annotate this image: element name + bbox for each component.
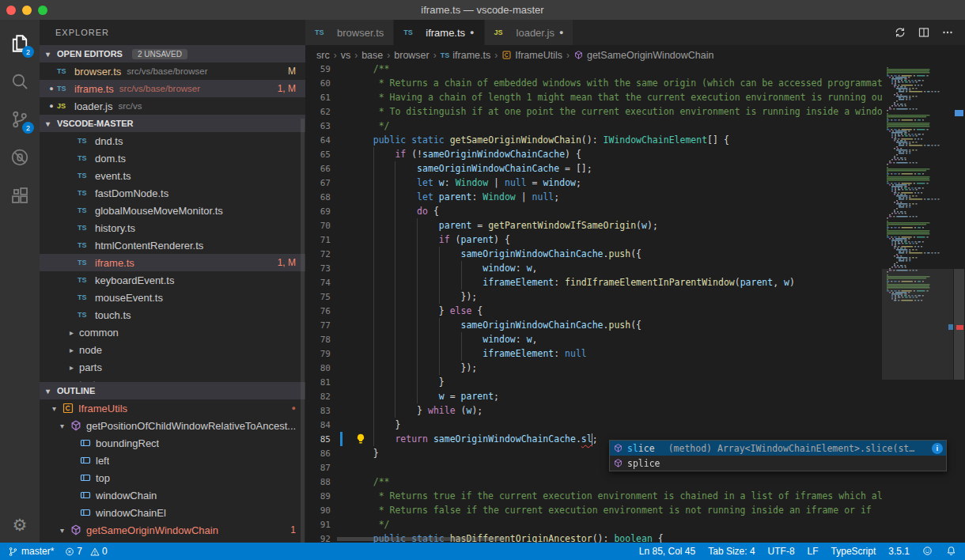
code-line[interactable]: 61 * Having a chain of length 1 might me… — [305, 90, 882, 104]
tree-folder[interactable]: ▸common — [40, 324, 305, 341]
code-line[interactable]: 65 if (!sameOriginWindowChainCache) { — [305, 147, 882, 161]
open-editor-item[interactable]: ●TSiframe.tssrc/vs/base/browser1, M — [40, 80, 305, 97]
status-tab-size[interactable]: Tab Size: 4 — [708, 543, 755, 560]
activity-item-search[interactable] — [1, 62, 39, 100]
code-line[interactable]: 66 sameOriginWindowChainCache = []; — [305, 161, 882, 176]
info-icon[interactable]: i — [932, 443, 943, 454]
code-line[interactable]: 80 }); — [305, 361, 882, 375]
code-line[interactable]: 69 do { — [305, 204, 882, 218]
status-language[interactable]: TypeScript — [831, 543, 876, 560]
tab-loader-js[interactable]: JSloader.js● — [485, 20, 574, 45]
breadcrumb-item[interactable]: browser — [394, 50, 429, 61]
open-editor-item[interactable]: ●JSloader.jssrc/vs — [40, 97, 305, 115]
tree-file[interactable]: TSfastDomNode.ts — [40, 184, 305, 202]
code-line[interactable]: 67 let w: Window | null = window; — [305, 176, 882, 190]
tree-file[interactable]: TSkeyboardEvent.ts — [40, 271, 305, 289]
code-line[interactable]: 79 iframeElement: null — [305, 346, 882, 361]
outline-item[interactable]: boundingRect — [40, 434, 305, 452]
activity-item-debug[interactable] — [1, 138, 39, 176]
outline-item[interactable]: windowChainEl — [40, 504, 305, 521]
status-cursor-position[interactable]: Ln 85, Col 45 — [639, 543, 695, 560]
outline-header[interactable]: ▾ OUTLINE — [40, 382, 305, 399]
tab-iframe-ts[interactable]: TSiframe.ts● — [394, 20, 484, 45]
tree-folder[interactable]: ▸parts — [40, 358, 305, 376]
tree-file[interactable]: TShistory.ts — [40, 219, 305, 236]
sidebar-scrollbar[interactable] — [301, 119, 305, 543]
code-line[interactable]: 90 * Returns false if the current execut… — [305, 503, 882, 517]
status-eol[interactable]: LF — [808, 543, 819, 560]
outline-item[interactable]: ▾getSameOriginWindowChain1 — [40, 521, 305, 539]
minimize-window-button[interactable] — [22, 6, 32, 15]
breadcrumb-item[interactable]: getSameOriginWindowChain — [573, 50, 714, 61]
tree-folder[interactable]: ▸node — [40, 341, 305, 358]
outline-item[interactable]: ▾getPositionOfChildWindowRelativeToAnces… — [40, 417, 305, 434]
minimap-slider[interactable] — [882, 269, 953, 380]
activity-item-explorer[interactable]: 2 — [1, 25, 39, 62]
tree-file[interactable]: TSdom.ts — [40, 149, 305, 167]
vertical-scrollbar-thumb[interactable] — [954, 269, 964, 380]
breadcrumb-item[interactable]: TSiframe.ts — [441, 50, 490, 61]
code-line[interactable]: 88 /** — [305, 475, 882, 489]
outline-item[interactable]: windowChain — [40, 486, 305, 504]
code-line[interactable]: 62 * To distinguish if at one point the … — [305, 104, 882, 119]
tree-file[interactable]: TSevent.ts — [40, 167, 305, 184]
tree-file[interactable]: TSmouseEvent.ts — [40, 289, 305, 306]
code-line[interactable]: 83 } while (w); — [305, 403, 882, 418]
status-version[interactable]: 3.5.1 — [888, 543, 910, 560]
code-line[interactable]: 68 let parent: Window | null; — [305, 190, 882, 204]
tree-file[interactable]: TSdnd.ts — [40, 132, 305, 149]
sync-icon[interactable] — [894, 26, 906, 39]
breadcrumb-item[interactable]: src — [316, 50, 330, 61]
tree-folder[interactable]: ▸test — [40, 376, 305, 382]
activity-item-extensions[interactable] — [1, 176, 39, 214]
close-window-button[interactable] — [6, 6, 16, 15]
status-notifications[interactable] — [946, 543, 957, 560]
breadcrumb-item[interactable]: base — [361, 50, 383, 61]
code-line[interactable]: 91 */ — [305, 517, 882, 532]
open-editors-header[interactable]: ▾ OPEN EDITORS 2 UNSAVED — [40, 45, 305, 62]
outline-item[interactable]: ▾IframeUtils● — [40, 399, 305, 417]
suggest-item[interactable]: slice(method) Array<IWindowChainElement>… — [610, 441, 946, 456]
tree-file[interactable]: TStouch.ts — [40, 306, 305, 324]
code-line[interactable]: 70 parent = getParentWindowIfSameOrigin(… — [305, 218, 882, 233]
zoom-window-button[interactable] — [38, 6, 47, 15]
code-line[interactable]: 81 } — [305, 375, 882, 389]
code-line[interactable]: 63 */ — [305, 119, 882, 133]
tab-browser-ts[interactable]: TSbrowser.ts — [305, 20, 394, 45]
vertical-scrollbar[interactable] — [953, 65, 965, 543]
code-line[interactable]: 59 /** — [305, 65, 882, 76]
code-line[interactable]: 78 window: w, — [305, 332, 882, 346]
code-line[interactable]: 71 if (parent) { — [305, 233, 882, 247]
breadcrumb-item[interactable]: vs — [341, 50, 351, 61]
code-line[interactable]: 77 sameOriginWindowChainCache.push({ — [305, 318, 882, 332]
folder-section-header[interactable]: ▾ VSCODE-MASTER — [40, 115, 305, 132]
code-line[interactable]: 72 sameOriginWindowChainCache.push({ — [305, 247, 882, 261]
code-line[interactable]: 73 window: w, — [305, 261, 882, 275]
code-line[interactable]: 74 iframeElement: findIframeElementInPar… — [305, 275, 882, 289]
outline-item[interactable]: top — [40, 469, 305, 486]
tree-file[interactable]: TSglobalMouseMoveMonitor.ts — [40, 202, 305, 219]
code-line[interactable]: 82 w = parent; — [305, 389, 882, 403]
status-branch[interactable]: master* — [8, 543, 54, 560]
status-feedback[interactable] — [922, 543, 933, 560]
lightbulb-icon[interactable] — [354, 433, 367, 445]
status-encoding[interactable]: UTF-8 — [768, 543, 795, 560]
open-editor-item[interactable]: TSbrowser.tssrc/vs/base/browserM — [40, 62, 305, 80]
suggest-item[interactable]: splice — [610, 456, 946, 471]
code-line[interactable]: 64 public static getSameOriginWindowChai… — [305, 133, 882, 147]
split-editor-icon[interactable] — [918, 26, 930, 39]
code-line[interactable]: 76 } else { — [305, 304, 882, 318]
settings-gear-icon[interactable]: ⚙ — [13, 516, 28, 535]
code-line[interactable]: 89 * Returns true if the current executi… — [305, 489, 882, 503]
more-actions-icon[interactable] — [941, 26, 954, 39]
horizontal-scrollbar[interactable] — [337, 537, 505, 541]
activity-item-source-control[interactable]: 2 — [1, 100, 39, 138]
tree-file[interactable]: TShtmlContentRenderer.ts — [40, 236, 305, 254]
code-line[interactable]: 60 * Returns a chain of embedded windows… — [305, 76, 882, 90]
outline-item[interactable]: left — [40, 452, 305, 469]
code-line[interactable]: 84 } — [305, 418, 882, 432]
tree-file[interactable]: TSiframe.ts1, M — [40, 254, 305, 271]
breadcrumb-item[interactable]: IframeUtils — [501, 50, 562, 61]
code-line[interactable]: 75 }); — [305, 289, 882, 304]
status-problems[interactable]: 7 0 — [65, 543, 107, 560]
